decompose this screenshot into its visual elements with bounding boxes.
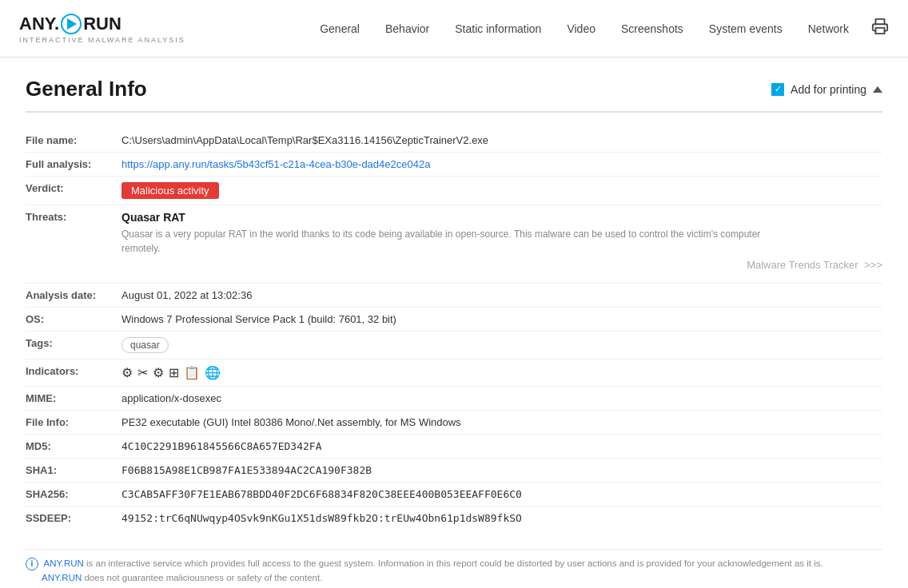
tags-row: Tags: quasar <box>26 332 882 360</box>
verdict-label: Verdict: <box>26 177 121 205</box>
logo-area: ANY. RUN INTERACTIVE MALWARE ANALYSIS <box>19 14 185 44</box>
ssdeep-value: 49152:trC6qNUwqyp4OSvk9nKGu1X51dsW89fkb2… <box>121 507 882 530</box>
threats-label: Threats: <box>26 205 121 284</box>
indicator-icon-6: 🌐 <box>205 365 221 380</box>
md5-row: MD5: 4C10C2291B961845566C8A657ED342FA <box>26 435 882 459</box>
analysis-date-row: Analysis date: August 01, 2022 at 13:02:… <box>26 284 882 308</box>
sha1-row: SHA1: F06B815A98E1CB987FA1E533894AC2CA19… <box>26 459 882 483</box>
sha256-label: SHA256: <box>26 483 121 507</box>
threats-row: Threats: Quasar RAT Quasar is a very pop… <box>26 205 882 284</box>
threats-value: Quasar RAT Quasar is a very popular RAT … <box>121 205 882 284</box>
file-name-value: C:\Users\admin\AppData\Local\Temp\Rar$EX… <box>121 129 882 153</box>
collapse-chevron-icon[interactable] <box>873 86 882 93</box>
file-info-value: PE32 executable (GUI) Intel 80386 Mono/.… <box>121 411 882 435</box>
main-header: ANY. RUN INTERACTIVE MALWARE ANALYSIS Ge… <box>0 0 908 58</box>
mime-label: MIME: <box>26 387 121 411</box>
full-analysis-label: Full analysis: <box>26 153 121 177</box>
info-notice-icon: i <box>26 558 38 570</box>
malware-tracker-arrow: >>> <box>864 259 882 271</box>
indicator-icon-5: 📋 <box>184 365 200 380</box>
nav-static-info[interactable]: Static information <box>445 18 551 40</box>
svg-rect-0 <box>876 28 885 34</box>
tags-value: quasar <box>121 332 882 360</box>
indicator-icon-3: ⚙ <box>153 365 164 380</box>
full-analysis-link[interactable]: https://app.any.run/tasks/5b43cf51-c21a-… <box>121 158 430 170</box>
indicators-label: Indicators: <box>26 360 121 387</box>
sha1-value: F06B815A98E1CB987FA1E533894AC2CA190F382B <box>121 459 882 483</box>
analysis-date-label: Analysis date: <box>26 284 121 308</box>
analysis-date-value: August 01, 2022 at 13:02:36 <box>121 284 882 308</box>
notice-text2: does not guarantee maliciousness or safe… <box>82 573 322 582</box>
logo-play-icon <box>61 14 82 34</box>
nav-general[interactable]: General <box>310 18 369 40</box>
add-for-printing-control[interactable]: ✓ Add for printing <box>771 83 882 96</box>
malware-tracker-row: Malware Trends Tracker >>> <box>121 256 882 277</box>
threat-name: Quasar RAT <box>121 211 882 224</box>
ssdeep-row: SSDEEP: 49152:trC6qNUwqyp4OSvk9nKGu1X51d… <box>26 507 882 530</box>
md5-value: 4C10C2291B961845566C8A657ED342FA <box>121 435 882 459</box>
sha256-value: C3CAB5AFF30F7E1EAB678BDD40F2DC6F68834F82… <box>121 483 882 507</box>
nav-video[interactable]: Video <box>557 18 605 40</box>
sha1-label: SHA1: <box>26 459 121 483</box>
file-info-label: File Info: <box>26 411 121 435</box>
nav-network[interactable]: Network <box>798 18 858 40</box>
tag-quasar[interactable]: quasar <box>121 337 169 353</box>
logo-subtitle: INTERACTIVE MALWARE ANALYSIS <box>19 36 185 44</box>
indicator-icon-4: ⊞ <box>169 365 179 380</box>
logo: ANY. RUN <box>19 14 185 34</box>
play-triangle <box>67 18 77 30</box>
section-title: General Info <box>26 77 147 101</box>
mime-row: MIME: application/x-dosexec <box>26 387 882 411</box>
main-nav: General Behavior Static information Vide… <box>310 18 858 40</box>
info-notice: i ANY.RUN is an interactive service whic… <box>26 549 882 588</box>
malware-tracker-link[interactable]: Malware Trends Tracker >>> <box>743 259 882 271</box>
info-table: File name: C:\Users\admin\AppData\Local\… <box>26 129 882 530</box>
os-label: OS: <box>26 308 121 332</box>
indicators-row: Indicators: ⚙ ✂ ⚙ ⊞ 📋 🌐 <box>26 360 882 387</box>
indicator-icon-2: ✂ <box>137 365 148 380</box>
file-name-label: File name: <box>26 129 121 153</box>
print-checkbox-icon: ✓ <box>771 83 784 96</box>
os-value: Windows 7 Professional Service Pack 1 (b… <box>121 308 882 332</box>
nav-system-events[interactable]: System events <box>699 18 792 40</box>
nav-behavior[interactable]: Behavior <box>376 18 439 40</box>
add-for-printing-label: Add for printing <box>791 83 866 96</box>
sha256-row: SHA256: C3CAB5AFF30F7E1EAB678BDD40F2DC6F… <box>26 483 882 507</box>
indicators-icons-row: ⚙ ✂ ⚙ ⊞ 📋 🌐 <box>121 365 882 380</box>
nav-screenshots[interactable]: Screenshots <box>611 18 693 40</box>
os-row: OS: Windows 7 Professional Service Pack … <box>26 308 882 332</box>
md5-label: MD5: <box>26 435 121 459</box>
indicator-icon-1: ⚙ <box>121 365 133 380</box>
logo-any-text: ANY. <box>19 14 59 34</box>
verdict-value: Malicious activity <box>121 177 882 205</box>
full-analysis-value: https://app.any.run/tasks/5b43cf51-c21a-… <box>121 153 882 177</box>
file-info-row: File Info: PE32 executable (GUI) Intel 8… <box>26 411 882 435</box>
full-analysis-row: Full analysis: https://app.any.run/tasks… <box>26 153 882 177</box>
notice-text1: is an interactive service which provides… <box>84 558 823 568</box>
indicators-value: ⚙ ✂ ⚙ ⊞ 📋 🌐 <box>121 360 882 387</box>
tags-label: Tags: <box>26 332 121 360</box>
malware-tracker-label: Malware Trends Tracker <box>747 259 858 271</box>
section-header: General Info ✓ Add for printing <box>26 77 882 113</box>
notice-indent: ANY.RUN does not guarantee maliciousness… <box>42 573 322 582</box>
verdict-row: Verdict: Malicious activity <box>26 177 882 205</box>
ssdeep-label: SSDEEP: <box>26 507 121 530</box>
file-name-row: File name: C:\Users\admin\AppData\Local\… <box>26 129 882 153</box>
logo-run-text: RUN <box>83 14 121 34</box>
threat-desc: Quasar is a very popular RAT in the worl… <box>121 227 777 256</box>
notice-link1[interactable]: ANY.RUN <box>44 558 84 568</box>
print-button[interactable] <box>871 18 889 39</box>
mime-value: application/x-dosexec <box>121 387 882 411</box>
notice-link2[interactable]: ANY.RUN <box>42 573 82 582</box>
verdict-badge: Malicious activity <box>121 182 219 199</box>
main-content: General Info ✓ Add for printing File nam… <box>0 58 908 588</box>
